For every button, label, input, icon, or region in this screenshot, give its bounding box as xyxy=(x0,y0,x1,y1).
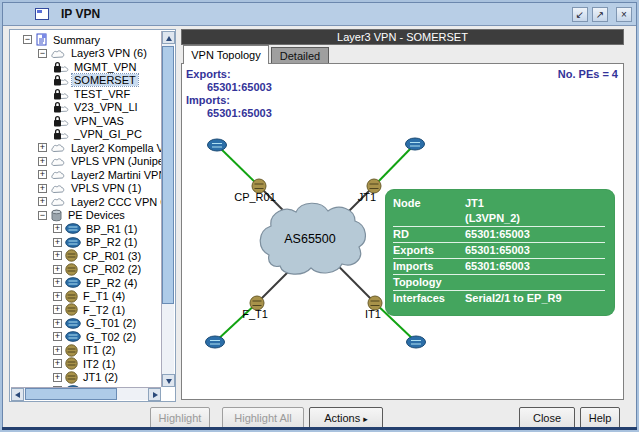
expander-plus-icon[interactable]: + xyxy=(38,170,47,179)
close-button[interactable]: Close xyxy=(519,407,575,429)
lock-icon xyxy=(53,61,69,73)
tree-item-it2-1[interactable]: +IT2 (1) xyxy=(11,357,161,371)
as-cloud[interactable]: AS65500 xyxy=(260,203,365,274)
close-button[interactable]: × xyxy=(616,7,632,22)
tooltip-row: (L3VPN_2) xyxy=(393,211,605,227)
highlight-button[interactable]: Highlight xyxy=(150,407,210,429)
tree-item-layer2-kompella-vpn[interactable]: +Layer2 Kompella VPN xyxy=(11,141,161,155)
tab-detailed[interactable]: Detailed xyxy=(271,47,329,64)
tree-item-cp-r01-3[interactable]: +CP_R01 (3) xyxy=(11,249,161,263)
panel-title: Layer3 VPN - SOMERSET xyxy=(181,29,624,45)
tree-item-bp-r2-1[interactable]: +BP_R2 (1) xyxy=(11,236,161,250)
right-arrow-icon xyxy=(153,392,158,398)
tree-item-g-t02-2[interactable]: +G_T02 (2) xyxy=(11,330,161,344)
minimize-button[interactable]: ↙ xyxy=(572,7,588,22)
expander-plus-icon[interactable]: + xyxy=(53,265,62,274)
left-arrow-icon xyxy=(15,392,20,398)
ce-router-node[interactable] xyxy=(206,336,225,348)
expander-plus-icon[interactable]: + xyxy=(53,305,62,314)
node-label-JT1: JT1 xyxy=(358,191,376,203)
router-gold-icon xyxy=(65,344,78,357)
tree-item-bp-r1-1[interactable]: +BP_R1 (1) xyxy=(11,222,161,236)
scroll-right-button[interactable] xyxy=(148,388,161,401)
maximize-button[interactable]: ↗ xyxy=(592,7,608,22)
tooltip-row-value: 65301:65003 xyxy=(465,228,605,240)
tree-item-f-t1-4[interactable]: +F_T1 (4) xyxy=(11,290,161,304)
ce-router-node[interactable] xyxy=(406,138,425,150)
router-gold-icon xyxy=(65,290,78,303)
tree-item-label: VPLS VPN (Juniper) ( xyxy=(69,155,161,167)
expander-plus-icon[interactable]: + xyxy=(53,332,62,341)
tree-horizontal-scrollbar[interactable] xyxy=(11,387,161,400)
expander-minus-icon[interactable]: − xyxy=(23,35,32,44)
tree-item-layer2-ccc-vpn-cin[interactable]: +Layer2 CCC VPN Cin xyxy=(11,195,161,209)
tree-item-vpls-vpn-juniper[interactable]: +VPLS VPN (Juniper) ( xyxy=(11,155,161,169)
tree-item-ep-r2-4[interactable]: +EP_R2 (4) xyxy=(11,276,161,290)
tree-item-vpn-vas[interactable]: VPN_VAS xyxy=(11,114,161,128)
actions-button[interactable]: Actions ▸ xyxy=(309,407,383,429)
tree-item-vpn-gi-pc[interactable]: _VPN_GI_PC xyxy=(11,128,161,142)
expander-plus-icon[interactable]: + xyxy=(53,292,62,301)
tree-item-layer3-vpn-6[interactable]: −Layer3 VPN (6) xyxy=(11,47,161,61)
help-button[interactable]: Help xyxy=(580,407,620,429)
expander-plus-icon[interactable]: + xyxy=(53,224,62,233)
window-title: IP VPN xyxy=(55,6,106,22)
tree-item-label: G_T01 (2) xyxy=(84,317,138,329)
ce-router-node[interactable] xyxy=(208,139,227,151)
expander-plus-icon[interactable]: + xyxy=(38,184,47,193)
expander-minus-icon[interactable]: − xyxy=(38,49,47,58)
tree-item-layer2-martini-vpn-c[interactable]: +Layer2 Martini VPN C xyxy=(11,168,161,182)
expander-plus-icon[interactable]: + xyxy=(53,278,62,287)
tree-item-test-vrf[interactable]: TEST_VRF xyxy=(11,87,161,101)
tree-item-vpls-vpn-1[interactable]: +VPLS VPN (1) xyxy=(11,182,161,196)
expander-plus-icon[interactable]: + xyxy=(53,346,62,355)
horizontal-scroll-thumb[interactable] xyxy=(25,388,117,400)
tree-item-label: Layer2 Martini VPN C xyxy=(69,169,161,181)
expander-plus-icon[interactable]: + xyxy=(38,197,47,206)
tree-item-label: CP_R01 (3) xyxy=(81,250,143,262)
titlebar[interactable]: IP VPN ↙↗× xyxy=(3,3,636,26)
expander-plus-icon[interactable]: + xyxy=(53,373,62,382)
tree-item-f-t2-1[interactable]: +F_T2 (1) xyxy=(11,303,161,317)
tree-item-g-t01-2[interactable]: +G_T01 (2) xyxy=(11,317,161,331)
tree-item-pe-devices[interactable]: −PE Devices xyxy=(11,209,161,223)
tree-item-cp-r02-2[interactable]: +CP_R02 (2) xyxy=(11,263,161,277)
cloud-icon xyxy=(50,183,66,194)
tree-item-v23-vpn-li[interactable]: V23_VPN_LI xyxy=(11,101,161,115)
access-link xyxy=(217,145,259,186)
router-gold-icon xyxy=(65,357,78,370)
highlight-all-button[interactable]: Highlight All xyxy=(222,407,304,429)
tree-vertical-scrollbar[interactable] xyxy=(161,31,174,387)
tree-item-mgmt-vpn[interactable]: MGMT_VPN xyxy=(11,60,161,74)
ce-router-node[interactable] xyxy=(407,336,426,348)
tooltip-row: NodeJT1 xyxy=(393,196,605,211)
tree-item-jt1-2[interactable]: +JT1 (2) xyxy=(11,371,161,385)
node-label-CP_R01: CP_R01 xyxy=(234,191,276,203)
expander-plus-icon[interactable]: + xyxy=(53,251,62,260)
tab-vpn-topology[interactable]: VPN Topology xyxy=(183,45,269,64)
lock-icon xyxy=(53,115,69,127)
tree-item-label: VPN_VAS xyxy=(72,115,126,127)
access-link xyxy=(374,144,415,186)
as-cloud-label: AS65500 xyxy=(284,232,335,246)
tree-item-somerset[interactable]: SOMERSET xyxy=(11,74,161,88)
cloud-icon xyxy=(50,169,66,180)
expander-plus-icon[interactable]: + xyxy=(38,143,47,152)
router-blue-icon xyxy=(65,277,81,288)
expander-plus-icon[interactable]: + xyxy=(38,157,47,166)
router-blue-icon xyxy=(65,237,81,248)
scroll-up-button[interactable] xyxy=(162,31,175,44)
tooltip-row-label: Imports xyxy=(393,260,465,272)
tooltip-row-value: (L3VPN_2) xyxy=(465,212,605,224)
scroll-down-button[interactable] xyxy=(162,374,175,387)
vertical-scroll-thumb[interactable] xyxy=(162,46,174,304)
expander-plus-icon[interactable]: + xyxy=(53,238,62,247)
expander-minus-icon[interactable]: − xyxy=(38,211,47,220)
tree-item-it1-2[interactable]: +IT1 (2) xyxy=(11,344,161,358)
expander-plus-icon[interactable]: + xyxy=(53,319,62,328)
tooltip-row-value: 65301:65003 xyxy=(465,260,605,272)
expander-plus-icon[interactable]: + xyxy=(53,359,62,368)
tree-item-label: BP_R1 (1) xyxy=(84,223,139,235)
tree-item-summary[interactable]: −Summary xyxy=(11,33,161,47)
scroll-left-button[interactable] xyxy=(11,388,24,401)
